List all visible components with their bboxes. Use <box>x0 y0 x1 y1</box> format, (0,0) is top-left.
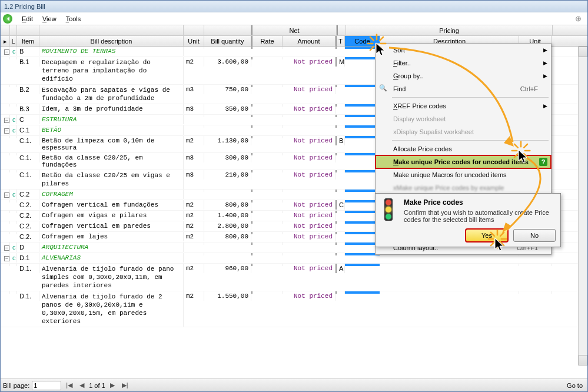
bill-description-cell: BETÃO <box>39 125 184 135</box>
back-button[interactable] <box>3 14 12 24</box>
header-net: Net <box>251 25 337 35</box>
menu-tools[interactable]: Tools <box>61 14 86 24</box>
header-l[interactable]: L <box>10 36 17 46</box>
nav-first[interactable]: |◀ <box>64 381 75 389</box>
bill-page-input[interactable] <box>32 381 61 390</box>
table-row[interactable]: D.1.Alvenaria de tijolo furado de 2 pano… <box>1 291 587 327</box>
header-expand[interactable]: ▸ <box>1 36 10 46</box>
bill-description-cell: Decapagem e regularização do terreno par… <box>39 57 184 84</box>
bill-description-cell: ALVENARIAS <box>39 253 184 263</box>
nav-prev[interactable]: ◀ <box>77 381 87 389</box>
menu-view[interactable]: View <box>38 14 61 24</box>
bill-description-cell: Cofragem vertical em fundações <box>39 200 184 210</box>
ctx-xdisplay: xDisplay Supalist worksheet <box>376 125 551 138</box>
ctx-groupby[interactable]: Group by..▶ <box>376 69 551 82</box>
ctx-allocate[interactable]: Allocate Price codes <box>376 142 551 155</box>
header-bill-qty[interactable]: Bill quantity <box>204 36 251 46</box>
zoom-icon[interactable]: ⊕ <box>575 14 582 23</box>
bill-description-cell: MOVIMENTO DE TERRAS <box>39 46 184 56</box>
collapse-icon[interactable]: − <box>4 245 9 251</box>
header-pricing: Pricing <box>346 25 553 35</box>
bill-description-cell: ARQUITECTURA <box>39 242 184 252</box>
header-unit[interactable]: Unit <box>184 36 204 46</box>
dialog-title: Make Price codes <box>404 198 556 207</box>
bill-description-cell: Cofragem vertical em paredes <box>39 221 184 231</box>
header-item[interactable]: Item <box>17 36 39 46</box>
header-amount[interactable]: Amount <box>283 36 335 46</box>
header-bill-description[interactable]: Bill description <box>39 36 184 46</box>
collapse-icon[interactable]: − <box>4 49 9 55</box>
traffic-light-icon <box>380 198 397 221</box>
page-indicator: 1 of 1 <box>89 382 105 389</box>
bill-description-cell: Cofragem em vigas e pilares <box>39 211 184 220</box>
collapse-icon[interactable]: − <box>4 128 9 134</box>
bill-description-cell: Alvenaria de tijolo furado de pano simpl… <box>39 264 184 291</box>
ctx-xref[interactable]: XREF Price codes▶ <box>376 99 551 112</box>
ctx-make-by-example: xMake unique Price codes by example <box>376 181 551 194</box>
yes-button[interactable]: Yes <box>466 229 508 242</box>
ctx-display-worksheet: Display worksheet <box>376 112 551 125</box>
bill-description-cell: Betão da classe C20/25, em fundações <box>39 153 184 170</box>
bill-description-cell: Betão de limpeza com 0,10m de espessura <box>39 136 184 152</box>
table-row[interactable]: D.1.Alvenaria de tijolo furado de pano s… <box>1 264 587 291</box>
no-button[interactable]: No <box>513 229 556 242</box>
header-t[interactable]: T <box>335 36 345 46</box>
collapse-icon[interactable]: − <box>4 192 9 198</box>
bill-description-cell: Betão da classe C20/25 em vigas e pilare… <box>39 170 184 189</box>
menubar: Edit View Tools ⊕ <box>1 12 587 25</box>
ctx-make-unique-price-codes[interactable]: Make unique Price codes for uncoded item… <box>376 155 551 168</box>
header-rate[interactable]: Rate <box>251 36 283 46</box>
ctx-find[interactable]: 🔍 FindCtrl+F <box>376 82 551 95</box>
menu-edit[interactable]: Edit <box>17 14 38 24</box>
bill-description-cell: Idem, a 3m de profundidade <box>39 104 184 114</box>
bill-description-cell: Alvenaria de tijolo furado de 2 panos de… <box>39 291 184 327</box>
bill-description-cell: COFRAGEM <box>39 190 184 199</box>
ctx-filter[interactable]: Filter..▶ <box>376 57 551 69</box>
footer: Bill page: |◀ ◀ 1 of 1 ▶ ▶| Go to <box>1 378 587 391</box>
find-icon: 🔍 <box>379 84 388 94</box>
bill-page-label: Bill page: <box>3 382 29 389</box>
window-title: 1.2 Pricing Bill <box>1 1 587 12</box>
nav-last[interactable]: ▶| <box>119 381 131 389</box>
collapse-icon[interactable]: − <box>4 256 9 261</box>
help-icon[interactable]: ? <box>539 158 547 166</box>
bill-description-cell: Escavação para sapatas e vigas de fundaç… <box>39 85 184 104</box>
nav-next[interactable]: ▶ <box>108 381 117 389</box>
ctx-make-macros[interactable]: Make unique Macros for uncoded items <box>376 168 551 181</box>
dialog-text: Confirm that you wish to automatically c… <box>404 209 556 223</box>
bill-description-cell: ESTRUTURA <box>39 115 184 124</box>
vertical-scrollbar[interactable] <box>578 46 587 366</box>
confirm-dialog: Make Price codes Confirm that you wish t… <box>375 193 561 247</box>
collapse-icon[interactable]: − <box>4 118 9 123</box>
bill-description-cell: Cofragem em lajes <box>39 232 184 241</box>
header-row-1: Net Pricing <box>1 25 587 36</box>
goto-label[interactable]: Go to <box>567 382 583 389</box>
ctx-sort[interactable]: Sort▶ <box>376 44 551 57</box>
